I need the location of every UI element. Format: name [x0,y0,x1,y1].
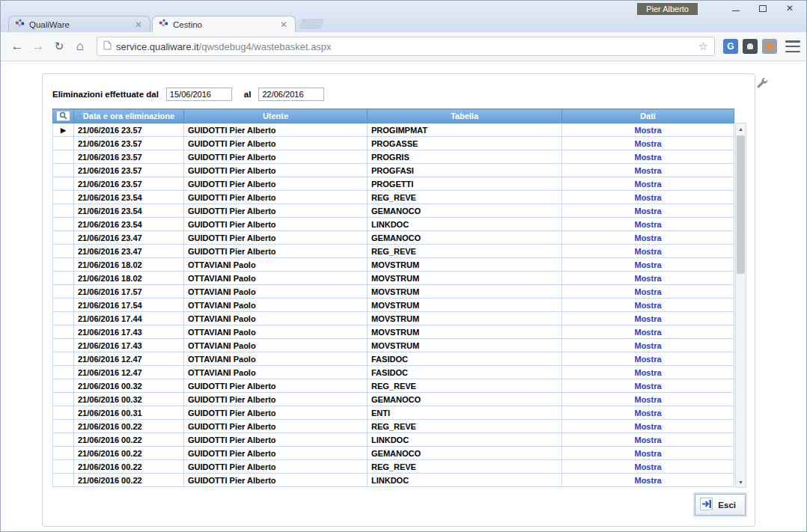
mostra-link[interactable]: Mostra [634,126,661,135]
table-row[interactable]: 21/06/2016 00.22 GUIDOTTI Pier Alberto R… [53,460,734,474]
table-row[interactable]: 21/06/2016 23.47 GUIDOTTI Pier Alberto R… [53,245,734,258]
mostra-link[interactable]: Mostra [634,233,661,242]
minimize-button[interactable] [722,1,749,16]
maximize-button[interactable] [749,1,776,16]
scroll-thumb[interactable] [737,135,745,274]
tab-close-icon[interactable]: ✕ [133,19,144,30]
mostra-link[interactable]: Mostra [634,287,661,296]
table-row[interactable]: 21/06/2016 00.31 GUIDOTTI Pier Alberto E… [53,406,734,420]
table-row[interactable]: 21/06/2016 23.57 GUIDOTTI Pier Alberto P… [53,177,734,191]
date-to-input[interactable] [258,88,324,101]
mostra-link[interactable]: Mostra [634,247,661,256]
home-button[interactable]: ⌂ [70,36,91,57]
close-button[interactable]: ✕ [776,1,803,16]
cell-user: GUIDOTTI Pier Alberto [184,231,368,245]
table-row[interactable]: 21/06/2016 17.54 OTTAVIANI Paolo MOVSTRU… [53,299,734,312]
col-header-dati[interactable]: Dati [562,109,734,123]
mostra-link[interactable]: Mostra [634,449,661,458]
table-row[interactable]: 21/06/2016 00.22 GUIDOTTI Pier Alberto G… [53,447,734,460]
mostra-link[interactable]: Mostra [634,274,661,283]
table-row[interactable]: 21/06/2016 23.54 GUIDOTTI Pier Alberto R… [53,191,734,204]
table-row[interactable]: 21/06/2016 23.57 GUIDOTTI Pier Alberto P… [53,150,734,164]
cell-date: 21/06/2016 17.43 [74,325,184,339]
mostra-link[interactable]: Mostra [634,462,661,471]
table-row[interactable]: ▶ 21/06/2016 23.57 GUIDOTTI Pier Alberto… [53,123,734,137]
mostra-link[interactable]: Mostra [634,341,661,350]
mostra-link[interactable]: Mostra [634,395,661,404]
table-row[interactable]: 21/06/2016 17.43 OTTAVIANI Paolo MOVSTRU… [53,339,734,352]
translate-extension-icon[interactable]: G [723,39,738,54]
chrome-menu-button[interactable] [785,40,800,52]
table-row[interactable]: 21/06/2016 23.57 GUIDOTTI Pier Alberto P… [53,164,734,177]
mostra-link[interactable]: Mostra [634,435,661,444]
col-header-user[interactable]: Utente [184,109,368,123]
extension-icon-compass[interactable] [762,39,777,54]
cell-table: FASIDOC [368,352,562,366]
wrench-icon[interactable] [757,77,768,91]
mostra-link[interactable]: Mostra [634,476,661,485]
mostra-link[interactable]: Mostra [634,153,661,162]
back-button[interactable]: ← [7,36,28,57]
table-row[interactable]: 21/06/2016 23.57 GUIDOTTI Pier Alberto P… [53,137,734,150]
table-row[interactable]: 21/06/2016 18.02 OTTAVIANI Paolo MOVSTRU… [53,258,734,272]
mostra-link[interactable]: Mostra [634,382,661,391]
mostra-link[interactable]: Mostra [634,355,661,364]
mostra-link[interactable]: Mostra [634,301,661,310]
table-row[interactable]: 21/06/2016 12.47 OTTAVIANI Paolo FASIDOC… [53,366,734,379]
table-row[interactable]: 21/06/2016 12.47 OTTAVIANI Paolo FASIDOC… [53,352,734,366]
url-host: service.qualiware.it [116,41,199,52]
mostra-link[interactable]: Mostra [634,193,661,202]
mostra-link[interactable]: Mostra [634,368,661,377]
mostra-link[interactable]: Mostra [634,139,661,148]
extension-icon-dark[interactable] [743,39,758,54]
table-row[interactable]: 21/06/2016 23.54 GUIDOTTI Pier Alberto L… [53,218,734,231]
esci-button[interactable]: Esci [695,494,746,516]
table-row[interactable]: 21/06/2016 00.22 GUIDOTTI Pier Alberto L… [53,433,734,447]
cell-dati: Mostra [562,258,734,272]
table-row[interactable]: 21/06/2016 00.32 GUIDOTTI Pier Alberto R… [53,379,734,393]
reload-button[interactable]: ↻ [49,36,70,57]
scroll-down-icon[interactable]: ▼ [736,477,746,487]
mostra-link[interactable]: Mostra [634,220,661,229]
cell-dati: Mostra [562,218,734,231]
col-header-date[interactable]: Data e ora eliminazione [74,109,184,123]
table-row[interactable]: 21/06/2016 18.02 OTTAVIANI Paolo MOVSTRU… [53,272,734,285]
cell-dati: Mostra [562,123,734,137]
cell-dati: Mostra [562,285,734,299]
search-rows-button[interactable] [56,111,70,121]
col-header-table[interactable]: Tabella [368,109,562,123]
mostra-link[interactable]: Mostra [634,409,661,418]
mostra-link[interactable]: Mostra [634,207,661,215]
mostra-link[interactable]: Mostra [634,422,661,431]
mostra-link[interactable]: Mostra [634,260,661,269]
table-row[interactable]: 21/06/2016 00.32 GUIDOTTI Pier Alberto G… [53,393,734,406]
mostra-link[interactable]: Mostra [634,166,661,175]
mostra-link[interactable]: Mostra [634,314,661,323]
table-row[interactable]: 21/06/2016 23.47 GUIDOTTI Pier Alberto G… [53,231,734,245]
table-row[interactable]: 21/06/2016 17.57 OTTAVIANI Paolo MOVSTRU… [53,285,734,299]
cell-table: MOVSTRUM [368,299,562,312]
table-row[interactable]: 21/06/2016 00.22 GUIDOTTI Pier Alberto L… [53,474,734,487]
forward-button[interactable]: → [28,36,49,57]
table-row[interactable]: 21/06/2016 23.54 GUIDOTTI Pier Alberto G… [53,204,734,218]
address-bar[interactable]: service.qualiware.it/qwsdebug4/wastebask… [97,37,715,56]
new-tab-button[interactable] [299,19,325,29]
tab-cestino[interactable]: Cestino ✕ [152,16,296,32]
date-from-input[interactable] [166,88,232,101]
bookmark-star-icon[interactable]: ☆ [698,40,708,53]
cell-user: GUIDOTTI Pier Alberto [184,406,368,420]
table-row[interactable]: 21/06/2016 17.43 OTTAVIANI Paolo MOVSTRU… [53,325,734,339]
page-icon [103,40,112,53]
mostra-link[interactable]: Mostra [634,328,661,337]
table-row[interactable]: 21/06/2016 17.44 OTTAVIANI Paolo MOVSTRU… [53,312,734,325]
table-row[interactable]: 21/06/2016 00.22 GUIDOTTI Pier Alberto R… [53,420,734,433]
profile-badge[interactable]: Pier Alberto [637,3,698,15]
mostra-link[interactable]: Mostra [634,180,661,189]
cell-user: GUIDOTTI Pier Alberto [184,379,368,393]
tab-qualiware[interactable]: QualiWare ✕ [8,16,150,32]
filter-label: Eliminazioni effettuate dal [52,90,159,99]
table-scrollbar[interactable]: ▲ ▼ [735,123,746,488]
scroll-up-icon[interactable]: ▲ [736,123,746,134]
col-header-select [53,109,74,123]
tab-close-icon[interactable]: ✕ [278,19,289,30]
